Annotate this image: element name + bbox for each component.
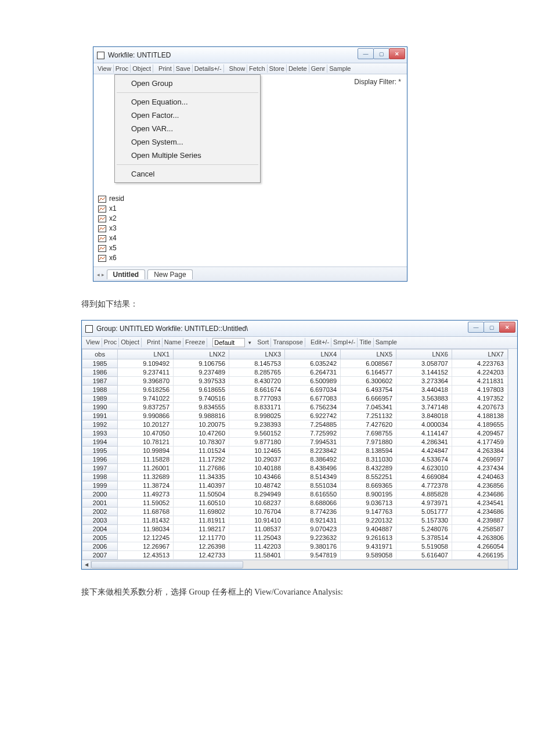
cell-value[interactable]: 10.78307 [174, 438, 229, 447]
cell-obs[interactable]: 1989 [82, 394, 118, 403]
tab-untitled[interactable]: Untitled [107, 269, 146, 279]
col-header[interactable]: LNX6 [396, 350, 452, 359]
cell-value[interactable]: 6.493754 [341, 386, 396, 394]
minimize-button[interactable]: — [358, 48, 374, 59]
cell-value[interactable]: 3.144152 [396, 368, 452, 377]
cell-value[interactable]: 9.106756 [174, 359, 229, 368]
cell-obs[interactable]: 1998 [82, 473, 118, 481]
cell-value[interactable]: 8.294949 [229, 490, 285, 499]
cell-value[interactable]: 4.197352 [452, 394, 508, 403]
cell-value[interactable]: 9.837257 [118, 403, 174, 412]
cell-obs[interactable]: 1999 [82, 481, 118, 490]
cell-value[interactable]: 8.998025 [229, 412, 285, 420]
cell-obs[interactable]: 1993 [82, 429, 118, 438]
cell-value[interactable]: 8.552251 [341, 473, 396, 481]
tb-view[interactable]: View [96, 64, 114, 73]
cell-value[interactable]: 9.070423 [285, 525, 341, 534]
cell-value[interactable]: 11.08537 [229, 525, 285, 534]
cell-value[interactable]: 4.885828 [396, 490, 452, 499]
cell-value[interactable]: 11.81432 [118, 516, 174, 525]
cell-value[interactable]: 10.47050 [118, 429, 174, 438]
ctx-open-system[interactable]: Open System... [115, 135, 260, 149]
table-row[interactable]: 199210.2012710.200759.2383937.2548857.42… [82, 420, 508, 429]
table-row[interactable]: 200211.6876811.6980210.767048.7742369.14… [82, 507, 508, 516]
cell-value[interactable]: 10.78121 [118, 438, 174, 447]
cell-value[interactable]: 6.164577 [341, 368, 396, 377]
cell-value[interactable]: 6.300602 [341, 377, 396, 386]
cell-value[interactable]: 4.000034 [396, 420, 452, 429]
cell-value[interactable]: 9.380176 [285, 542, 341, 551]
cell-value[interactable]: 9.261613 [341, 534, 396, 542]
cell-value[interactable]: 12.42733 [174, 551, 229, 560]
table-row[interactable]: 199811.3268911.3433510.434668.5143498.55… [82, 473, 508, 481]
minimize-button[interactable]: — [468, 322, 484, 333]
cell-value[interactable]: 3.273364 [396, 377, 452, 386]
cell-value[interactable]: 4.424847 [396, 447, 452, 455]
cell-value[interactable]: 4.240463 [452, 473, 508, 481]
cell-value[interactable]: 3.563883 [396, 394, 452, 403]
cell-value[interactable]: 11.27686 [174, 464, 229, 473]
cell-obs[interactable]: 1995 [82, 447, 118, 455]
close-button[interactable]: ✕ [389, 48, 405, 59]
cell-value[interactable]: 10.48742 [229, 481, 285, 490]
cell-value[interactable]: 7.251132 [341, 412, 396, 420]
cell-value[interactable]: 9.547819 [285, 551, 341, 560]
col-header[interactable]: LNX4 [285, 350, 341, 359]
cell-obs[interactable]: 1990 [82, 403, 118, 412]
cell-value[interactable]: 6.922742 [285, 412, 341, 420]
table-row[interactable]: 19919.9908669.9888168.9980256.9227427.25… [82, 412, 508, 420]
table-row[interactable]: 199711.2600111.2768610.401888.4384968.43… [82, 464, 508, 473]
cell-obs[interactable]: 2003 [82, 516, 118, 525]
table-row[interactable]: 200411.9803411.9821711.085379.0704239.40… [82, 525, 508, 534]
cell-value[interactable]: 4.266054 [452, 542, 508, 551]
tb-title[interactable]: Title [358, 338, 373, 347]
cell-value[interactable]: 12.11770 [174, 534, 229, 542]
cell-value[interactable]: 4.286341 [396, 438, 452, 447]
cell-value[interactable]: 7.045341 [341, 403, 396, 412]
cell-value[interactable]: 3.848018 [396, 412, 452, 420]
cell-value[interactable]: 9.618655 [174, 386, 229, 394]
cell-value[interactable]: 11.49273 [118, 490, 174, 499]
cell-value[interactable]: 11.42203 [229, 542, 285, 551]
cell-value[interactable]: 11.60510 [174, 499, 229, 507]
cell-value[interactable]: 3.058707 [396, 359, 452, 368]
title-bar[interactable]: Workfile: UNTITLED — ▢ ✕ [93, 47, 407, 63]
col-header[interactable]: LNX1 [118, 350, 174, 359]
cell-value[interactable]: 8.900195 [341, 490, 396, 499]
cell-obs[interactable]: 1988 [82, 386, 118, 394]
cell-obs[interactable]: 1997 [82, 464, 118, 473]
cell-value[interactable]: 11.40397 [174, 481, 229, 490]
tb-name[interactable]: Name [163, 338, 183, 347]
cell-value[interactable]: 6.677083 [285, 394, 341, 403]
tb-freeze[interactable]: Freeze [183, 338, 207, 347]
cell-value[interactable]: 10.29037 [229, 455, 285, 464]
col-header[interactable]: LNX2 [174, 350, 229, 359]
table-row[interactable]: 200612.2696712.2639811.422039.3801769.43… [82, 542, 508, 551]
cell-value[interactable]: 8.669365 [341, 481, 396, 490]
cell-value[interactable]: 9.238393 [229, 420, 285, 429]
cell-value[interactable]: 9.618256 [118, 386, 174, 394]
tb-sample[interactable]: Sample [327, 64, 352, 73]
cell-value[interactable]: 4.266195 [452, 551, 508, 560]
cell-value[interactable]: 11.25043 [229, 534, 285, 542]
cell-value[interactable]: 6.035242 [285, 359, 341, 368]
cell-value[interactable]: 6.666957 [341, 394, 396, 403]
cell-value[interactable]: 6.697034 [285, 386, 341, 394]
table-row[interactable]: 200311.8143211.8191110.914108.9214319.22… [82, 516, 508, 525]
cell-value[interactable]: 8.311030 [341, 455, 396, 464]
close-button[interactable]: ✕ [499, 322, 515, 333]
cell-value[interactable]: 10.40188 [229, 464, 285, 473]
tb-smpl[interactable]: Smpl+/- [331, 338, 358, 347]
cell-value[interactable]: 4.177459 [452, 438, 508, 447]
cell-value[interactable]: 7.698755 [341, 429, 396, 438]
cell-value[interactable]: 10.43466 [229, 473, 285, 481]
cell-value[interactable]: 9.220132 [341, 516, 396, 525]
cell-value[interactable]: 8.386492 [285, 455, 341, 464]
series-item[interactable]: x1 [98, 204, 402, 214]
cell-value[interactable]: 6.756234 [285, 403, 341, 412]
default-input[interactable] [212, 338, 245, 347]
cell-obs[interactable]: 2006 [82, 542, 118, 551]
table-row[interactable]: 19869.2374119.2374898.2857656.2647316.16… [82, 368, 508, 377]
cell-value[interactable]: 9.237489 [174, 368, 229, 377]
cell-value[interactable]: 11.98217 [174, 525, 229, 534]
